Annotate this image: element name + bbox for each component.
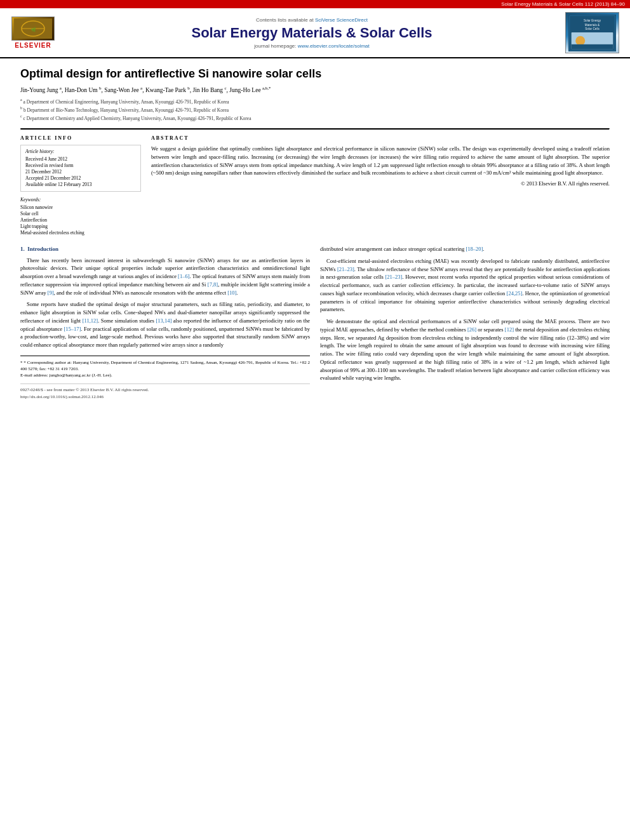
cover-thumbnail: Solar Energy Materials & Solar Cells <box>565 12 619 53</box>
issn-line: 0927-0248/$ - see front matter © 2013 El… <box>20 387 310 394</box>
elsevier-logo: 🌿 ELSEVIER <box>8 17 58 49</box>
elsevier-emblem: 🌿 <box>11 17 55 41</box>
journal-title-area: Contents lists available at SciVerse Sci… <box>64 17 560 49</box>
svg-text:Solar Energy: Solar Energy <box>584 19 601 22</box>
history-label: Article history: <box>25 149 136 154</box>
keyword-5: Metal-assisted electroless etching <box>20 230 141 236</box>
article-title: Optimal design for antireflective Si nan… <box>20 67 610 81</box>
journal-reference: Solar Energy Materials & Solar Cells 112… <box>501 1 625 7</box>
section1-para-right2: Cost-efficient metal-assisted electroles… <box>320 257 610 314</box>
revised-date-row: 21 December 2012 <box>25 169 136 175</box>
right-column: distributed wire arrangement can induce … <box>320 245 610 400</box>
journal-homepage: journal homepage: www.elsevier.com/locat… <box>64 43 560 49</box>
received-row: Received 4 June 2012 <box>25 156 136 162</box>
elsevier-wordmark: ELSEVIER <box>15 42 51 49</box>
keywords-label: Keywords: <box>20 197 141 203</box>
email-note: E-mail address: jungho@hanyang.ac.kr (J.… <box>20 373 310 379</box>
svg-rect-11 <box>572 44 613 49</box>
doi-line: http://dx.doi.org/10.1016/j.solmat.2012.… <box>20 394 310 401</box>
keyword-2: Solar cell <box>20 211 141 217</box>
available-row: Available online 12 February 2013 <box>25 182 136 187</box>
affiliation-c: c c Department of Chemistry and Applied … <box>20 114 610 122</box>
journal-cover-image: Solar Energy Materials & Solar Cells <box>565 12 622 53</box>
journal-header: 🌿 ELSEVIER Contents lists available at S… <box>0 8 630 58</box>
section1-para2: Some reports have studied the optimal de… <box>20 300 310 349</box>
keyword-1: Silicon nanowire <box>20 204 141 210</box>
svg-text:🌿: 🌿 <box>31 27 36 32</box>
abstract-copyright: © 2013 Elsevier B.V. All rights reserved… <box>151 180 610 188</box>
authors-line: Jin-Young Jung a, Han-Don Um b, Sang-Won… <box>20 86 610 93</box>
journal-reference-bar: Solar Energy Materials & Solar Cells 112… <box>0 0 630 8</box>
accepted-row: Accepted 21 December 2012 <box>25 175 136 181</box>
revised-row: Received in revised form <box>25 163 136 168</box>
main-body: 1. Introduction There has recently been … <box>20 245 610 400</box>
abstract-text: We suggest a design guideline that optim… <box>151 145 610 188</box>
sciverse-link[interactable]: SciVerse ScienceDirect <box>315 17 368 23</box>
journal-title: Solar Energy Materials & Solar Cells <box>64 25 560 41</box>
section1-heading: 1. Introduction <box>20 245 310 254</box>
section1-para-right3: We demonstrate the optical and electrica… <box>320 317 610 382</box>
article-info-panel: ARTICLE INFO Article history: Received 4… <box>20 135 141 236</box>
article-history-box: Article history: Received 4 June 2012 Re… <box>20 145 141 192</box>
keyword-3: Antireflection <box>20 217 141 223</box>
section1-para-right1: distributed wire arrangement can induce … <box>320 245 610 253</box>
section1-para1: There has recently been increased intere… <box>20 257 310 297</box>
affiliation-a: a a Department of Chemical Engineering, … <box>20 97 610 105</box>
article-body: Optimal design for antireflective Si nan… <box>0 58 630 409</box>
abstract-heading: ABSTRACT <box>151 135 610 141</box>
header-divider <box>20 128 610 130</box>
abstract-section: ABSTRACT We suggest a design guideline t… <box>151 135 610 236</box>
svg-text:Materials &: Materials & <box>585 23 600 26</box>
footnote-area: * * Corresponding author at: Hanyang Uni… <box>20 356 310 378</box>
corresponding-author-note: * * Corresponding author at: Hanyang Uni… <box>20 360 310 373</box>
svg-text:Solar Cells: Solar Cells <box>585 27 600 30</box>
bottom-info: 0927-0248/$ - see front matter © 2013 El… <box>20 383 310 400</box>
article-info-abstract-section: ARTICLE INFO Article history: Received 4… <box>20 135 610 236</box>
homepage-link[interactable]: www.elsevier.com/locate/solmat <box>298 43 370 49</box>
affiliations: a a Department of Chemical Engineering, … <box>20 97 610 122</box>
left-column: 1. Introduction There has recently been … <box>20 245 310 400</box>
sciverse-line: Contents lists available at SciVerse Sci… <box>64 17 560 23</box>
keyword-4: Light trapping <box>20 223 141 229</box>
affiliation-b: b b Department of Bio-Nano Technology, H… <box>20 105 610 114</box>
article-info-heading: ARTICLE INFO <box>20 135 141 141</box>
publisher-logo-area: 🌿 ELSEVIER <box>8 17 58 49</box>
svg-point-10 <box>575 36 585 45</box>
keywords-section: Keywords: Silicon nanowire Solar cell An… <box>20 197 141 236</box>
